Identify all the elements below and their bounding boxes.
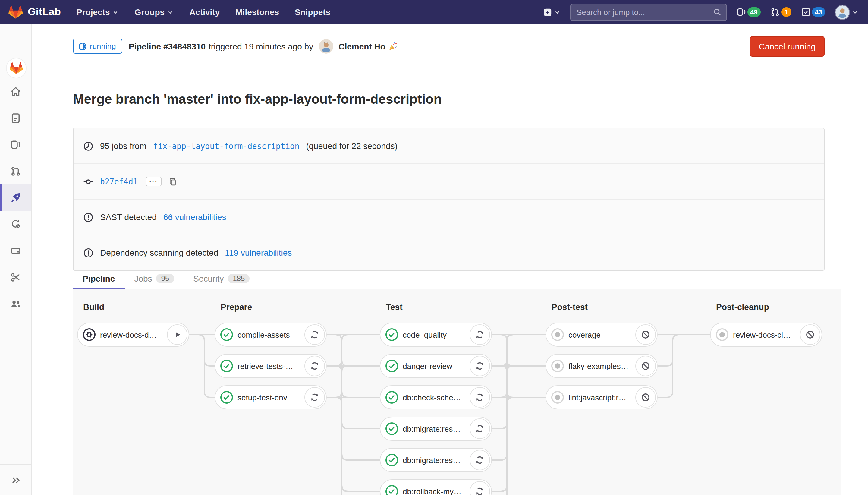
retry-job-button[interactable]: [470, 356, 490, 376]
page-title: Merge branch 'master' into fix-app-layou…: [73, 90, 824, 108]
repository-icon: [10, 113, 21, 124]
sidebar-item-project-overview[interactable]: [0, 79, 31, 105]
project-sidebar: [0, 24, 32, 495]
retry-job-button[interactable]: [470, 481, 490, 495]
registry-icon: [10, 245, 21, 256]
sidebar-item-issues[interactable]: [0, 132, 31, 158]
rocket-icon: [10, 192, 21, 203]
merge-requests-counter[interactable]: 1: [770, 7, 792, 17]
plus-icon: [543, 7, 552, 17]
project-avatar[interactable]: [6, 58, 27, 79]
job-label: lint:javascript:r…: [569, 393, 626, 402]
nav-item-activity[interactable]: Activity: [189, 7, 220, 17]
pipeline-status-badge[interactable]: running: [73, 39, 123, 54]
retry-job-button[interactable]: [470, 450, 490, 470]
author-avatar[interactable]: [318, 39, 333, 53]
retry-job-button[interactable]: [470, 324, 490, 345]
pipeline-job-node[interactable]: retrieve-tests-…: [214, 354, 327, 378]
sidebar-item-members[interactable]: [0, 291, 31, 317]
cancel-job-button[interactable]: [635, 356, 656, 376]
dependency-row: Dependency scanning detected 119 vulnera…: [73, 235, 824, 270]
pipeline-job-node[interactable]: db:rollback-my…: [380, 479, 492, 495]
jobs-count-text: 95 jobs from: [100, 141, 146, 151]
new-dropdown[interactable]: [543, 7, 560, 17]
pipeline-job-node[interactable]: code_quality: [380, 323, 492, 347]
retry-job-button[interactable]: [305, 356, 325, 376]
author-name[interactable]: Clement Ho: [338, 41, 385, 51]
tab-security[interactable]: Security185: [184, 268, 259, 289]
stage-header-prepare: Prepare: [221, 302, 252, 312]
brand-name[interactable]: GitLab: [28, 6, 61, 18]
status-success-icon: [220, 359, 233, 373]
cancel-running-button[interactable]: Cancel running: [750, 36, 824, 56]
commit-sha-link[interactable]: b27ef4d1: [100, 177, 138, 186]
retry-job-button[interactable]: [470, 387, 490, 408]
sidebar-item-merge-requests[interactable]: [0, 158, 31, 185]
copy-commit-button[interactable]: [168, 177, 177, 186]
pipeline-job-node[interactable]: db:check-sche…: [380, 385, 492, 409]
cancel-job-button[interactable]: [635, 387, 656, 408]
pipeline-job-node[interactable]: danger-review: [380, 354, 492, 378]
search-box[interactable]: [570, 3, 727, 21]
cancel-job-button[interactable]: [800, 324, 820, 345]
sidebar-item-ci-cd[interactable]: [0, 185, 31, 211]
pipeline-job-node[interactable]: coverage: [545, 323, 658, 347]
play-job-button[interactable]: [167, 324, 188, 345]
job-label: setup-test-env: [238, 393, 287, 402]
user-avatar: [835, 4, 850, 20]
pipeline-job-node[interactable]: compile-assets: [214, 323, 327, 347]
merge-requests-icon: [10, 166, 21, 177]
sidebar-item-repository[interactable]: [0, 105, 31, 132]
gitlab-pipeline-page: GitLab ProjectsGroupsActivityMilestonesS…: [0, 0, 868, 495]
sidebar-item-registry[interactable]: [0, 238, 31, 264]
user-menu[interactable]: [835, 4, 858, 20]
retry-job-button[interactable]: [305, 387, 325, 408]
pipeline-job-node[interactable]: db:migrate:res…: [380, 416, 492, 441]
tab-jobs[interactable]: Jobs95: [124, 268, 184, 289]
pipeline-job-node[interactable]: review-docs-d…: [77, 323, 189, 347]
pipeline-job-node[interactable]: db:migrate:res…: [380, 448, 492, 472]
commit-icon: [83, 176, 93, 187]
pipeline-job-node[interactable]: review-docs-cl…: [710, 323, 822, 347]
nav-item-milestones[interactable]: Milestones: [236, 7, 279, 17]
pipeline-tabs: PipelineJobs95Security185: [73, 268, 841, 289]
cancel-job-button[interactable]: [635, 324, 656, 345]
retry-job-button[interactable]: [305, 324, 325, 345]
pipeline-info-box: 95 jobs from fix-app-layout-form-descrip…: [73, 128, 824, 271]
todos-counter[interactable]: 43: [801, 7, 826, 17]
dependency-vulnerabilities-link[interactable]: 119 vulnerabilities: [225, 248, 292, 257]
status-created-icon: [551, 328, 564, 341]
status-created-icon: [551, 359, 564, 373]
issues-counter[interactable]: 49: [736, 7, 761, 17]
clock-icon: [83, 141, 93, 151]
tab-count-badge: 185: [228, 274, 249, 284]
pipeline-job-node[interactable]: flaky-examples…: [545, 354, 658, 378]
pipeline-job-node[interactable]: setup-test-env: [214, 385, 327, 409]
pipeline-job-node[interactable]: lint:javascript:r…: [545, 385, 658, 409]
chevron-down-icon: [112, 9, 119, 15]
sidebar-item-operations[interactable]: [0, 211, 31, 238]
commit-expand-button[interactable]: ···: [145, 177, 161, 186]
status-success-icon: [385, 422, 398, 435]
branch-link[interactable]: fix-app-layout-form-description: [153, 141, 299, 150]
gitlab-tanuki-logo-icon[interactable]: [8, 5, 23, 19]
job-label: db:migrate:res…: [403, 456, 461, 464]
status-success-icon: [220, 328, 233, 341]
sidebar-item-snippets[interactable]: [0, 264, 31, 291]
sast-row: SAST detected 66 vulnerabilities: [73, 199, 824, 235]
sidebar-collapse-toggle[interactable]: [0, 464, 31, 495]
status-success-icon: [385, 391, 398, 404]
nav-item-projects[interactable]: Projects: [76, 7, 119, 17]
search-input[interactable]: [575, 7, 713, 17]
tab-count-badge: 95: [156, 274, 174, 284]
tab-pipeline[interactable]: Pipeline: [73, 268, 124, 289]
retry-job-button[interactable]: [470, 419, 490, 439]
alert-circle-icon: [83, 248, 93, 258]
top-navbar: GitLab ProjectsGroupsActivityMilestonesS…: [0, 0, 868, 24]
sast-vulnerabilities-link[interactable]: 66 vulnerabilities: [163, 212, 226, 222]
double-chevron-right-icon: [11, 475, 21, 485]
home-icon: [10, 86, 21, 97]
nav-item-groups[interactable]: Groups: [135, 7, 174, 17]
nav-item-snippets[interactable]: Snippets: [295, 7, 330, 17]
main-content: running Pipeline #34848310 triggered 19 …: [31, 24, 868, 495]
